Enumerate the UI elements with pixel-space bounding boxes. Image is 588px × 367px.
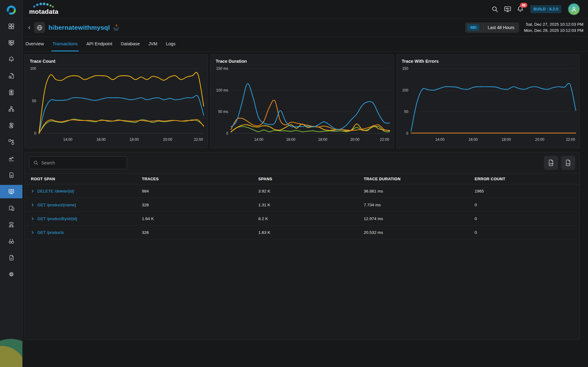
sidebar-item-reports[interactable] [0, 86, 22, 99]
monitor-pulse-icon [504, 6, 511, 13]
motadata-logo-mark[interactable] [7, 6, 16, 15]
transactions-table-card: PDF CSV ROOT SPAN TRACES SPANS TRACE DUR… [24, 152, 580, 340]
pdf-file-icon: PDF [548, 159, 554, 167]
svg-text:16:00: 16:00 [469, 137, 478, 142]
integration-blocks-icon [8, 139, 15, 145]
devices-icon [8, 205, 15, 212]
date-end: Mon, Dec 29, 2025 10:12:03 PM [524, 28, 583, 34]
topbar: motadata 49 BUILD : 8.2.0 [23, 0, 588, 19]
table-row: DELETE /delete/{id}9843.92 K36.881 ms196… [25, 184, 579, 198]
global-search-button[interactable] [491, 5, 499, 13]
column-header-traces: TRACES [141, 177, 258, 181]
error-count-cell: 1965 [474, 189, 579, 193]
brand-dots-arc-icon [32, 3, 58, 8]
sidebar-item-automation[interactable] [0, 119, 22, 132]
traces-cell: 328 [141, 203, 258, 207]
back-button[interactable]: ‹ [26, 24, 32, 31]
error-count-cell: 0 [474, 216, 579, 221]
export-pdf-button[interactable]: PDF [544, 156, 558, 170]
svg-text:50: 50 [404, 110, 408, 114]
svg-text:20:00: 20:00 [350, 137, 360, 142]
sidebar-item-apm[interactable] [0, 185, 22, 198]
chart-panel-trace-duration: Trace Duration 050 ms100 ms150 ms14:0016… [210, 54, 394, 148]
search-icon [491, 6, 499, 13]
monitoring-console-button[interactable] [503, 5, 512, 13]
audit-doc-check-icon [8, 254, 15, 261]
tab-jvm[interactable]: JVM [148, 37, 158, 51]
sidebar-item-scheduler[interactable] [0, 69, 22, 83]
sidebar-item-analytics[interactable] [0, 152, 22, 165]
build-version-badge: BUILD : 8.2.0 [530, 5, 561, 13]
sidebar-item-topology[interactable] [0, 102, 22, 116]
spans-cell: 1.63 K [258, 230, 363, 235]
notifications-button[interactable]: 49 [516, 5, 525, 13]
sidebar-item-documents[interactable] [0, 168, 22, 182]
svg-text:100: 100 [402, 88, 408, 92]
brand-logo: motadata [29, 2, 58, 16]
search-input[interactable] [41, 160, 123, 165]
sidebar-item-dashboard[interactable] [0, 20, 22, 33]
trace-duration-cell: 12.974 ms [363, 216, 474, 221]
export-buttons: PDF CSV [544, 156, 575, 170]
charts-row: Trace Count 05010014:0016:0018:0020:0022… [24, 54, 580, 148]
tab-api-endpoint[interactable]: API Endpoint [85, 37, 113, 51]
expand-row-chevron-icon[interactable] [31, 189, 34, 193]
svg-text:14:00: 14:00 [435, 137, 444, 142]
sidebar-item-devices[interactable] [0, 201, 22, 215]
tab-database[interactable]: Database [120, 37, 141, 51]
sidebar-item-network[interactable] [0, 218, 22, 231]
svg-text:0: 0 [226, 131, 228, 136]
trace-with-errors-chart: 05010015014:0016:0018:0020:0022:00 [397, 64, 579, 145]
tab-logs[interactable]: Logs [165, 37, 176, 51]
column-header-error-count: ERROR COUNT [474, 177, 579, 181]
sidebar-item-discovery[interactable] [0, 234, 22, 248]
table-row: GET /productById/{id}1.64 K8.2 K12.974 m… [25, 212, 579, 226]
error-count-cell: 0 [474, 230, 579, 235]
sidebar [0, 0, 23, 367]
traces-cell: 1.64 K [141, 216, 258, 221]
expand-row-chevron-icon[interactable] [31, 217, 34, 220]
svg-text:CSV: CSV [567, 163, 571, 165]
root-span-link[interactable]: GET /product/{name} [37, 203, 76, 207]
tab-overview[interactable]: Overview [24, 37, 45, 51]
expand-row-chevron-icon[interactable] [31, 231, 34, 234]
chart-title: Trace Count [25, 55, 207, 64]
csv-file-icon: CSV [565, 159, 571, 167]
chart-title: Trace Duration [211, 55, 393, 64]
dashboard-grid-icon [8, 23, 15, 30]
sidebar-item-alerts[interactable] [0, 53, 22, 66]
search-icon [33, 160, 39, 166]
tab-transactions[interactable]: Transactions [51, 37, 78, 51]
infrastructure-rack-icon [8, 39, 15, 46]
root-span-link[interactable]: DELETE /delete/{id} [37, 189, 74, 193]
app-root: motadata 49 BUILD : 8.2.0 [0, 0, 588, 367]
sidebar-item-settings[interactable] [0, 268, 22, 281]
spans-cell: 8.2 K [258, 216, 363, 221]
settings-gear-icon [8, 271, 15, 278]
column-header-spans: SPANS [258, 177, 363, 181]
traces-cell: 984 [141, 189, 258, 193]
svg-text:14:00: 14:00 [254, 137, 263, 142]
sidebar-item-integrations[interactable] [0, 135, 22, 149]
trace-duration-cell: 7.734 ms [363, 203, 474, 207]
globe-icon [36, 24, 43, 31]
content: Trace Count 05010014:0016:0018:0020:0022… [23, 52, 588, 367]
export-csv-button[interactable]: CSV [561, 156, 575, 170]
expand-row-chevron-icon[interactable] [31, 203, 34, 207]
user-avatar[interactable] [568, 3, 580, 15]
java-icon [113, 24, 119, 31]
root-span-link[interactable]: GET /products [37, 230, 64, 235]
tab-bar: Overview Transactions API Endpoint Datab… [23, 37, 588, 52]
root-span-link[interactable]: GET /productById/{id} [37, 216, 77, 221]
main-area: motadata 49 BUILD : 8.2.0 [23, 0, 588, 367]
date-start: Sat, Dec 27, 2025 10:12:03 PM [524, 21, 583, 28]
sidebar-nav [0, 20, 22, 284]
sidebar-item-audit[interactable] [0, 251, 22, 264]
svg-text:0: 0 [34, 131, 36, 136]
time-range-selector[interactable]: 48h Last 48 Hours [465, 22, 519, 33]
sidebar-item-infrastructure[interactable] [0, 36, 22, 50]
svg-text:18:00: 18:00 [318, 137, 327, 142]
file-clock-icon [8, 73, 15, 79]
svg-text:100 ms: 100 ms [216, 88, 228, 92]
service-type-chip [34, 22, 45, 33]
